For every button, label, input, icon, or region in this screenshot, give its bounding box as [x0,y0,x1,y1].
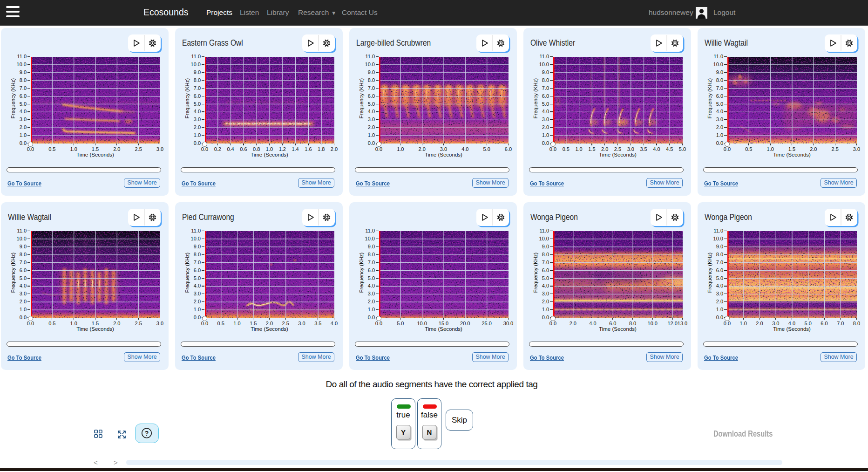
svg-text:?: ? [145,430,149,437]
